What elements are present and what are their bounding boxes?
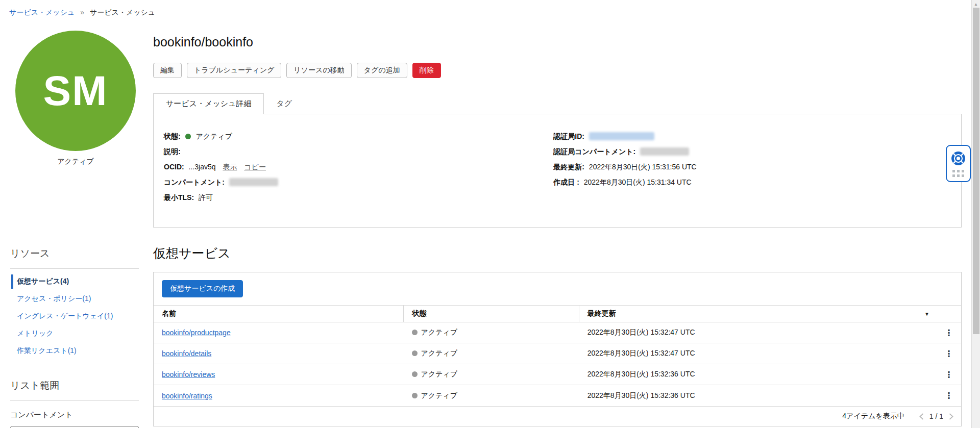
details-right-column: 認証局ID: 認証局コンパートメント: 最終更新: 2022年8月30日(火) … bbox=[553, 132, 951, 217]
avatar-initials: SM bbox=[43, 67, 108, 115]
items-count-text: 4アイテムを表示中 bbox=[842, 412, 904, 421]
created-label: 作成日 : bbox=[553, 178, 579, 186]
created-row: 作成日 : 2022年8月30日(火) 15:31:34 UTC bbox=[553, 178, 951, 187]
scrollbar-up-arrow-icon[interactable]: ▲ bbox=[972, 0, 980, 7]
page-indicator: 1 / 1 bbox=[929, 412, 943, 420]
pagination-next-icon[interactable] bbox=[948, 413, 954, 420]
sidebar-item-virtual-services[interactable]: 仮想サービス(4) bbox=[10, 273, 153, 290]
delete-button[interactable]: 削除 bbox=[412, 63, 441, 78]
ca-id-row: 認証局ID: bbox=[553, 132, 951, 141]
redacted-ca-id-value bbox=[589, 132, 654, 140]
ca-compartment-label: 認証局コンパートメント: bbox=[553, 147, 635, 156]
min-tls-row: 最小TLS: 許可 bbox=[164, 193, 553, 203]
row-status: アクティブ bbox=[421, 370, 457, 378]
row-status: アクティブ bbox=[421, 328, 457, 336]
avatar-status-caption: アクティブ bbox=[15, 157, 136, 166]
row-status-dot-icon bbox=[412, 350, 418, 356]
troubleshooting-button[interactable]: トラブルシューティング bbox=[187, 63, 281, 78]
description-row: 説明: bbox=[164, 147, 553, 157]
virtual-service-link[interactable]: bookinfo/productpage bbox=[162, 329, 231, 337]
last-updated-value: 2022年8月30日(火) 15:31:56 UTC bbox=[589, 163, 697, 171]
compartment-label: コンパートメント bbox=[10, 410, 153, 420]
ocid-show-link[interactable]: 表示 bbox=[223, 163, 237, 171]
left-sidebar: SM アクティブ リソース 仮想サービス(4) アクセス・ポリシー(1) イング… bbox=[0, 17, 153, 428]
compartment-select[interactable] bbox=[10, 426, 139, 428]
ocid-label: OCID: bbox=[164, 163, 184, 171]
row-status-dot-icon bbox=[412, 393, 418, 398]
row-status-dot-icon bbox=[412, 330, 418, 335]
details-panel: 状態: アクティブ 説明: OCID: ...3jav5q 表示 コピー コンパ… bbox=[153, 114, 962, 228]
breadcrumb: サービス・メッシュ » サービス・メッシュ bbox=[0, 0, 980, 17]
table-header-row: 名前 状態 最終更新 ▼ bbox=[154, 305, 961, 322]
column-header-updated-label: 最終更新 bbox=[587, 309, 616, 318]
breadcrumb-separator: » bbox=[80, 8, 84, 16]
row-status: アクティブ bbox=[421, 391, 457, 399]
row-status: アクティブ bbox=[421, 349, 457, 357]
ocid-value: ...3jav5q bbox=[189, 163, 216, 171]
virtual-services-table: 名前 状態 最終更新 ▼ bookinfo/productpage アクティブ … bbox=[154, 305, 961, 406]
add-tags-button[interactable]: タグの追加 bbox=[357, 63, 407, 78]
virtual-service-link[interactable]: bookinfo/reviews bbox=[162, 370, 215, 379]
column-header-actions bbox=[937, 306, 961, 322]
sidebar-item-work-requests[interactable]: 作業リクエスト(1) bbox=[10, 342, 153, 360]
row-kebab-menu-icon[interactable]: ⋮ bbox=[945, 370, 953, 379]
compartment-row: コンパートメント: bbox=[164, 178, 553, 187]
row-updated: 2022年8月30日(火) 15:32:36 UTC bbox=[579, 370, 937, 379]
last-updated-row: 最終更新: 2022年8月30日(火) 15:31:56 UTC bbox=[553, 162, 951, 172]
status-row: 状態: アクティブ bbox=[164, 132, 553, 141]
sort-descending-icon[interactable]: ▼ bbox=[924, 311, 929, 317]
action-button-row: 編集 トラブルシューティング リソースの移動 タグの追加 削除 bbox=[153, 63, 962, 78]
row-updated: 2022年8月30日(火) 15:32:47 UTC bbox=[579, 349, 937, 358]
main-content: bookinfo/bookinfo 編集 トラブルシューティング リソースの移動… bbox=[153, 17, 980, 426]
ca-id-label: 認証局ID: bbox=[553, 132, 584, 140]
row-updated: 2022年8月30日(火) 15:32:36 UTC bbox=[579, 391, 937, 400]
tab-tags[interactable]: タグ bbox=[264, 94, 304, 114]
row-updated: 2022年8月30日(火) 15:32:47 UTC bbox=[579, 328, 937, 337]
sidebar-divider bbox=[10, 268, 139, 269]
virtual-services-title: 仮想サービス bbox=[153, 245, 962, 262]
column-header-updated[interactable]: 最終更新 ▼ bbox=[579, 306, 937, 322]
sidebar-item-ingress-gateways[interactable]: イングレス・ゲートウェイ(1) bbox=[10, 308, 153, 325]
last-updated-label: 最終更新: bbox=[553, 163, 584, 171]
resources-nav: 仮想サービス(4) アクセス・ポリシー(1) イングレス・ゲートウェイ(1) メ… bbox=[10, 273, 153, 360]
tab-service-mesh-details[interactable]: サービス・メッシュ詳細 bbox=[153, 93, 264, 114]
breadcrumb-link-service-mesh[interactable]: サービス・メッシュ bbox=[9, 8, 75, 16]
row-kebab-menu-icon[interactable]: ⋮ bbox=[945, 349, 953, 358]
column-header-name[interactable]: 名前 bbox=[154, 306, 404, 322]
create-virtual-service-button[interactable]: 仮想サービスの作成 bbox=[162, 280, 243, 297]
created-value: 2022年8月30日(火) 15:31:34 UTC bbox=[584, 178, 692, 186]
row-kebab-menu-icon[interactable]: ⋮ bbox=[945, 329, 953, 337]
pagination: 1 / 1 bbox=[919, 412, 954, 420]
table-body: bookinfo/productpage アクティブ 2022年8月30日(火)… bbox=[154, 322, 961, 406]
table-footer: 4アイテムを表示中 1 / 1 bbox=[154, 406, 961, 426]
page-title: bookinfo/bookinfo bbox=[153, 35, 962, 49]
life-preserver-icon bbox=[950, 150, 966, 166]
help-widget[interactable] bbox=[946, 145, 971, 182]
redacted-compartment-value bbox=[229, 178, 278, 186]
column-header-status[interactable]: 状態 bbox=[404, 306, 579, 322]
compartment-detail-label: コンパートメント: bbox=[164, 178, 225, 186]
resource-avatar: SM bbox=[15, 31, 136, 151]
move-resource-button[interactable]: リソースの移動 bbox=[286, 63, 351, 78]
ocid-copy-link[interactable]: コピー bbox=[244, 163, 266, 171]
sidebar-item-metrics[interactable]: メトリック bbox=[10, 325, 153, 342]
sidebar-item-access-policies[interactable]: アクセス・ポリシー(1) bbox=[10, 290, 153, 308]
drag-handle-dots[interactable] bbox=[952, 170, 964, 177]
table-row: bookinfo/ratings アクティブ 2022年8月30日(火) 15:… bbox=[154, 385, 961, 406]
row-kebab-menu-icon[interactable]: ⋮ bbox=[945, 391, 953, 400]
edit-button[interactable]: 編集 bbox=[153, 63, 182, 78]
description-label: 説明: bbox=[164, 147, 181, 156]
virtual-service-link[interactable]: bookinfo/ratings bbox=[162, 392, 212, 400]
virtual-services-toolbar: 仮想サービスの作成 bbox=[154, 272, 961, 305]
table-row: bookinfo/productpage アクティブ 2022年8月30日(火)… bbox=[154, 322, 961, 343]
ocid-row: OCID: ...3jav5q 表示 コピー bbox=[164, 162, 553, 172]
table-row: bookinfo/details アクティブ 2022年8月30日(火) 15:… bbox=[154, 343, 961, 364]
table-row: bookinfo/reviews アクティブ 2022年8月30日(火) 15:… bbox=[154, 364, 961, 385]
row-status-dot-icon bbox=[412, 371, 418, 377]
scrollbar-thumb[interactable] bbox=[973, 8, 979, 334]
pagination-prev-icon[interactable] bbox=[919, 413, 924, 420]
details-left-column: 状態: アクティブ 説明: OCID: ...3jav5q 表示 コピー コンパ… bbox=[164, 132, 553, 217]
resources-section-title: リソース bbox=[10, 247, 153, 260]
virtual-service-link[interactable]: bookinfo/details bbox=[162, 349, 211, 358]
page-scrollbar[interactable]: ▲ bbox=[971, 0, 980, 428]
